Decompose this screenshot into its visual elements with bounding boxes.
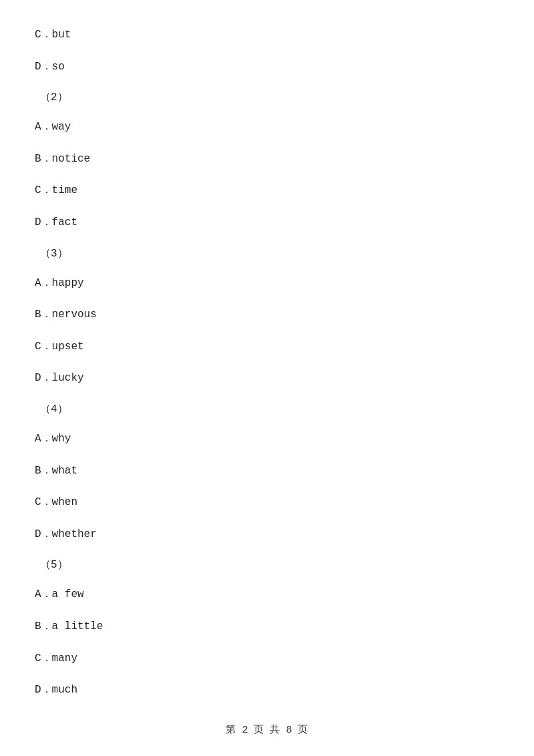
item-2c-label: C．time: [35, 184, 77, 196]
item-c-but: C．but: [35, 27, 499, 44]
item-4a: A．why: [35, 431, 499, 448]
section-3-title: （3）: [40, 248, 68, 260]
item-c-but-label: C．but: [35, 29, 71, 41]
item-2c: C．time: [35, 182, 499, 200]
section-2-title: （2）: [40, 91, 68, 104]
item-2b: B．notice: [35, 151, 499, 168]
item-5a: A．a few: [35, 586, 499, 604]
item-5b: B．a little: [35, 618, 499, 636]
item-4d-label: D．whether: [35, 528, 97, 540]
item-3d-label: D．lucky: [35, 372, 84, 384]
main-content: C．but D．so （2） A．way B．notice C．time D．f…: [0, 0, 534, 754]
item-3c-label: C．upset: [35, 341, 84, 353]
item-3d: D．lucky: [35, 370, 499, 387]
item-4c-label: C．when: [35, 496, 77, 508]
item-2b-label: B．notice: [35, 153, 90, 165]
item-d-so: D．so: [35, 59, 499, 76]
section-4-header: （4）: [35, 402, 499, 416]
item-2d-label: D．fact: [35, 216, 77, 228]
item-5c: C．many: [35, 650, 499, 668]
section-5-title: （5）: [40, 559, 68, 571]
item-5c-label: C．many: [35, 652, 77, 665]
item-5a-label: A．a few: [35, 588, 84, 600]
page-footer: 第 2 页 共 8 页: [0, 723, 534, 736]
item-d-so-label: D．so: [35, 61, 65, 73]
item-3a-label: A．happy: [35, 277, 84, 289]
section-4-title: （4）: [40, 403, 68, 415]
item-4a-label: A．why: [35, 433, 71, 445]
section-5-header: （5）: [35, 558, 499, 572]
item-3a: A．happy: [35, 275, 499, 293]
item-3c: C．upset: [35, 339, 499, 356]
item-5d: D．much: [35, 682, 499, 699]
item-3b-label: B．nervous: [35, 309, 97, 321]
item-4c: C．when: [35, 494, 499, 512]
section-3-header: （3）: [35, 246, 499, 260]
item-2a: A．way: [35, 119, 499, 136]
item-3b: B．nervous: [35, 307, 499, 324]
item-2a-label: A．way: [35, 121, 71, 133]
item-5d-label: D．much: [35, 684, 77, 696]
section-2-header: （2）: [35, 90, 499, 104]
item-4b: B．what: [35, 463, 499, 480]
footer-text: 第 2 页 共 8 页: [226, 725, 308, 736]
item-2d: D．fact: [35, 214, 499, 232]
item-4b-label: B．what: [35, 465, 77, 477]
item-5b-label: B．a little: [35, 620, 103, 632]
item-4d: D．whether: [35, 526, 499, 544]
